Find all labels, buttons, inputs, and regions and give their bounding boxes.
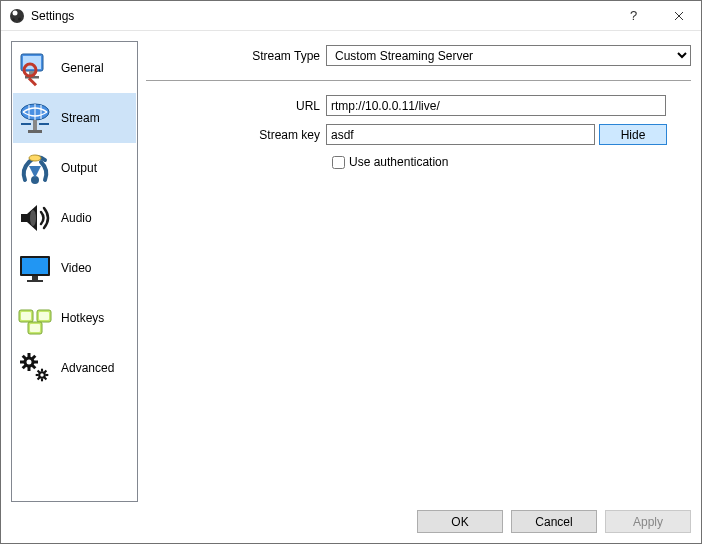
url-label: URL (146, 99, 326, 113)
svg-line-39 (23, 366, 26, 369)
svg-line-46 (38, 371, 40, 373)
url-row: URL (146, 95, 691, 116)
sidebar-item-advanced[interactable]: Advanced (13, 343, 136, 393)
stream-type-label: Stream Type (146, 49, 326, 63)
cancel-button[interactable]: Cancel (511, 510, 597, 533)
svg-rect-31 (30, 324, 40, 332)
sidebar-item-hotkeys[interactable]: Hotkeys (13, 293, 136, 343)
svg-rect-25 (27, 280, 43, 282)
general-icon (15, 48, 55, 88)
stream-type-select[interactable]: Custom Streaming Server (326, 45, 691, 66)
svg-point-41 (39, 372, 45, 378)
svg-text:?: ? (630, 9, 637, 23)
apply-button[interactable]: Apply (605, 510, 691, 533)
sidebar-item-label: Hotkeys (61, 311, 104, 325)
hotkeys-icon (15, 298, 55, 338)
sidebar-item-audio[interactable]: Audio (13, 193, 136, 243)
sidebar-item-label: Advanced (61, 361, 114, 375)
ok-button[interactable]: OK (417, 510, 503, 533)
dialog-footer: OK Cancel Apply (1, 502, 701, 543)
sidebar-item-stream[interactable]: Stream (13, 93, 136, 143)
close-button[interactable] (656, 1, 701, 30)
window-title: Settings (31, 9, 611, 23)
svg-line-48 (38, 377, 40, 379)
sidebar-item-label: Audio (61, 211, 92, 225)
svg-rect-29 (21, 312, 31, 320)
svg-point-0 (10, 9, 24, 23)
sidebar-item-label: Stream (61, 111, 100, 125)
audio-icon (15, 198, 55, 238)
titlebar: Settings ? (1, 1, 701, 31)
svg-line-49 (44, 371, 46, 373)
advanced-icon (15, 348, 55, 388)
use-auth-checkbox[interactable] (332, 156, 345, 169)
dialog-body: General (1, 31, 701, 502)
stream-key-row: Stream key Hide (146, 124, 691, 145)
svg-rect-15 (33, 120, 37, 130)
stream-type-row: Stream Type Custom Streaming Server (146, 45, 691, 66)
svg-rect-24 (32, 276, 38, 280)
settings-window: Settings ? (0, 0, 702, 544)
svg-rect-23 (22, 258, 48, 274)
svg-rect-10 (28, 77, 37, 86)
svg-point-21 (30, 210, 36, 226)
help-button[interactable]: ? (611, 1, 656, 30)
sidebar-item-label: General (61, 61, 104, 75)
sidebar-item-label: Video (61, 261, 91, 275)
content-pane: Stream Type Custom Streaming Server URL … (146, 41, 691, 502)
url-input[interactable] (326, 95, 666, 116)
stream-icon (15, 98, 55, 138)
sidebar: General (11, 41, 138, 502)
use-auth-label: Use authentication (349, 155, 448, 169)
output-icon (15, 148, 55, 188)
separator (146, 80, 691, 81)
svg-line-47 (44, 377, 46, 379)
use-auth-row: Use authentication (332, 155, 691, 169)
svg-point-3 (12, 18, 14, 20)
svg-line-37 (23, 356, 26, 359)
app-icon (9, 8, 25, 24)
svg-line-38 (33, 366, 36, 369)
svg-line-40 (33, 356, 36, 359)
video-icon (15, 248, 55, 288)
svg-point-2 (18, 17, 21, 20)
sidebar-item-label: Output (61, 161, 97, 175)
svg-point-20 (29, 155, 41, 161)
sidebar-item-video[interactable]: Video (13, 243, 136, 293)
hide-button[interactable]: Hide (599, 124, 667, 145)
stream-key-input[interactable] (326, 124, 595, 145)
svg-point-1 (13, 10, 18, 15)
svg-rect-16 (28, 130, 42, 133)
svg-rect-30 (39, 312, 49, 320)
stream-key-label: Stream key (146, 128, 326, 142)
svg-point-32 (25, 358, 33, 366)
sidebar-item-output[interactable]: Output (13, 143, 136, 193)
sidebar-item-general[interactable]: General (13, 43, 136, 93)
